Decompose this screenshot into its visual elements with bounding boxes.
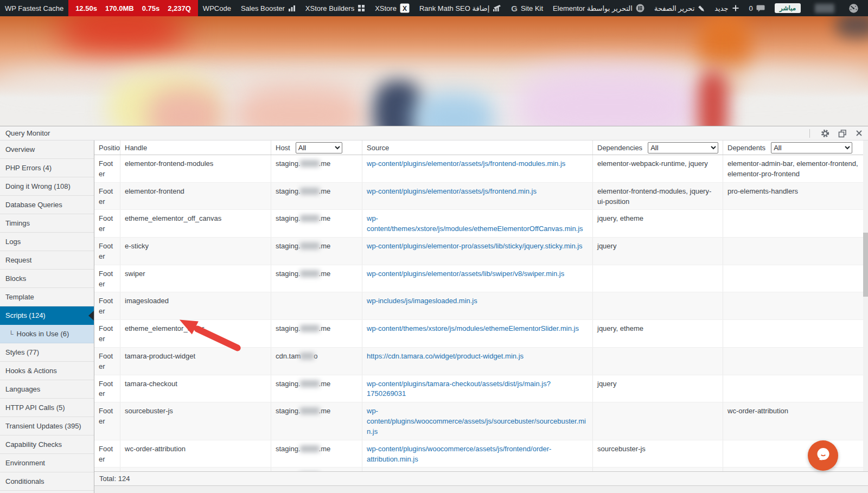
source-link[interactable]: wp-content/themes/xstore/js/modules/ethe… <box>367 214 583 233</box>
rank-chart-icon <box>493 4 501 12</box>
sidebar-item-database-queries[interactable]: Database Queries <box>0 196 94 214</box>
source-link[interactable]: wp-content/themes/xstore/js/modules/ethe… <box>367 324 579 332</box>
cell-handle: wc-order-attribution <box>120 440 271 468</box>
column-header-dependencies: Dependencies All <box>593 140 723 155</box>
script-table-row: Footerimagesloadedwp-includes/js/imagesl… <box>94 292 868 320</box>
sidebar-item-label: Logs <box>5 238 21 246</box>
sidebar-item-label: Timings <box>5 219 30 227</box>
dependencies-filter-select[interactable]: All <box>648 142 718 153</box>
sidebar-item-transient-updates-395[interactable]: Transient Updates (395) <box>0 417 94 436</box>
cell-host: staging..me <box>271 402 362 440</box>
cell-dependencies: elementor-frontend-modules, jquery-ui-po… <box>593 183 723 210</box>
admin-bar-item-wordpress-logo[interactable]: W <box>864 0 868 16</box>
sidebar-item-label: Blocks <box>5 274 26 283</box>
sidebar-item-blocks[interactable]: Blocks <box>0 270 94 288</box>
admin-bar-item-xstore-builders[interactable]: XStore Builders <box>301 0 370 16</box>
admin-bar-item-xstore[interactable]: XStoreX <box>370 0 414 16</box>
sidebar-item-languages[interactable]: Languages <box>0 380 94 399</box>
cell-position: Footer <box>94 210 120 237</box>
blurred-host-segment <box>300 215 320 222</box>
admin-bar-item-cache-gauge[interactable] <box>844 0 864 16</box>
cell-position: Footer <box>94 292 120 319</box>
cell-dependents <box>723 265 868 292</box>
sidebar-item-hooks-in-use-6[interactable]: └Hooks in Use (6) <box>0 325 94 343</box>
close-icon[interactable] <box>856 130 863 137</box>
sidebar-item-php-errors-4[interactable]: PHP Errors (4) <box>0 159 94 177</box>
sidebar-item-styles-77[interactable]: Styles (77) <box>0 343 94 362</box>
sidebar-item-label: Styles (77) <box>5 348 39 356</box>
vertical-scrollbar[interactable] <box>863 140 868 471</box>
host-filter-select[interactable]: All <box>296 142 342 153</box>
page-content-blurred <box>0 16 868 126</box>
cell-handle: swiper <box>120 265 271 292</box>
blurred-host-segment <box>300 407 320 414</box>
sidebar-item-conditionals[interactable]: Conditionals <box>0 472 94 491</box>
toggle-position-icon[interactable] <box>838 129 847 138</box>
sidebar-item-overview[interactable]: Overview <box>0 140 94 159</box>
script-table-row: Footerelementor-frontendstaging..mewp-co… <box>94 183 868 210</box>
source-link[interactable]: wp-content/plugins/elementor-pro/assets/… <box>367 242 583 250</box>
admin-bar-item-comments[interactable]: 0 <box>744 0 770 16</box>
svg-text:X: X <box>403 5 407 12</box>
cell-dependencies: jquery <box>593 238 723 265</box>
admin-bar-item-label: Site Kit <box>521 4 543 12</box>
sidebar-item-doing-it-wrong-108[interactable]: Doing it Wrong (108) <box>0 177 94 196</box>
cell-dependents <box>723 375 868 402</box>
admin-bar-item-sales-booster[interactable]: Sales Booster <box>236 0 301 16</box>
source-link[interactable]: wp-content/plugins/elementor/assets/lib/… <box>367 270 564 278</box>
cell-dependents <box>723 238 868 265</box>
admin-bar-item-site-name[interactable] <box>806 0 844 16</box>
sidebar-item-timings[interactable]: Timings <box>0 214 94 233</box>
script-table-row: Footeretheme_elementor_off_canvasstaging… <box>94 210 868 238</box>
sidebar-item-environment[interactable]: Environment <box>0 454 94 472</box>
source-link[interactable]: https://cdn.tamara.co/widget/product-wid… <box>367 352 524 360</box>
sidebar-item-logs[interactable]: Logs <box>0 233 94 251</box>
admin-bar-item-rank-math-seo[interactable]: Rank Math SEO إضافة <box>414 0 506 16</box>
sidebar-item-capability-checks[interactable]: Capability Checks <box>0 436 94 454</box>
admin-bar-item-wp-fastest-cache[interactable]: WP Fastest Cache <box>0 0 68 16</box>
google-g-icon: G <box>511 4 518 13</box>
query-monitor-titlebar: Query Monitor <box>0 126 868 140</box>
sidebar-item-hooks-actions[interactable]: Hooks & Actions <box>0 362 94 380</box>
admin-bar-item-site-kit[interactable]: GSite Kit <box>506 0 548 16</box>
cell-source: https://cdn.tamara.co/widget/product-wid… <box>362 348 593 375</box>
admin-bar-item-edit-with-elementor[interactable]: Elementor التحرير بواسطة <box>548 0 649 16</box>
cell-host <box>271 292 362 319</box>
chat-launcher-button[interactable] <box>808 440 838 471</box>
admin-bar-item-new-content[interactable]: جديد <box>710 0 744 16</box>
source-link[interactable]: wp-content/plugins/elementor/assets/js/f… <box>367 159 565 168</box>
wpfc-stats-block[interactable]: 12.50s170.0MB0.75s2,237Q <box>68 0 198 16</box>
x-logo-icon: X <box>400 3 410 13</box>
source-link[interactable]: wp-content/plugins/elementor/assets/js/f… <box>367 187 537 195</box>
cell-source: wp-content/plugins/elementor-pro/assets/… <box>362 238 593 265</box>
sidebar-item-http-api-calls-5[interactable]: HTTP API Calls (5) <box>0 399 94 417</box>
scrollbar-thumb[interactable] <box>863 233 868 297</box>
blurred-host-segment <box>300 188 320 195</box>
cell-dependencies <box>593 265 723 292</box>
source-link[interactable]: wp-includes/js/imagesloaded.min.js <box>367 297 477 305</box>
blurred-host-segment <box>300 380 320 387</box>
sidebar-item-label: PHP Errors (4) <box>5 164 52 172</box>
cell-host: staging..me <box>271 265 362 292</box>
admin-bar-item-wpcode[interactable]: WPCode <box>198 0 236 16</box>
source-link[interactable]: wp-content/plugins/tamara-checkout/asset… <box>367 380 551 398</box>
blurred-site-name <box>815 4 834 13</box>
admin-bar-item-live[interactable]: مباشر <box>770 0 806 16</box>
blurred-host-segment <box>300 325 320 332</box>
sidebar-item-request[interactable]: Request <box>0 251 94 270</box>
source-link[interactable]: wp-content/plugins/woocommerce/assets/js… <box>367 445 551 463</box>
source-link[interactable]: wp- content/plugins/woocommerce/assets/j… <box>367 407 586 436</box>
cell-position: Footer <box>94 265 120 292</box>
admin-bar-item-edit-page[interactable]: تحرير الصفحة <box>649 0 710 16</box>
dependents-filter-select[interactable]: All <box>771 142 852 153</box>
sidebar-item-scripts-124[interactable]: Scripts (124) <box>0 306 94 325</box>
cell-position: Footer <box>94 402 120 440</box>
admin-bar-item-label: مباشر <box>775 3 801 13</box>
settings-gear-icon[interactable] <box>821 129 829 138</box>
sidebar-item-label: Database Queries <box>5 201 62 209</box>
admin-bar-item-label: Elementor التحرير بواسطة <box>553 4 633 12</box>
cell-handle: imagesloaded <box>120 292 271 319</box>
query-monitor-title: Query Monitor <box>5 129 50 137</box>
sidebar-item-template[interactable]: Template <box>0 288 94 306</box>
titlebar-divider <box>809 129 810 138</box>
